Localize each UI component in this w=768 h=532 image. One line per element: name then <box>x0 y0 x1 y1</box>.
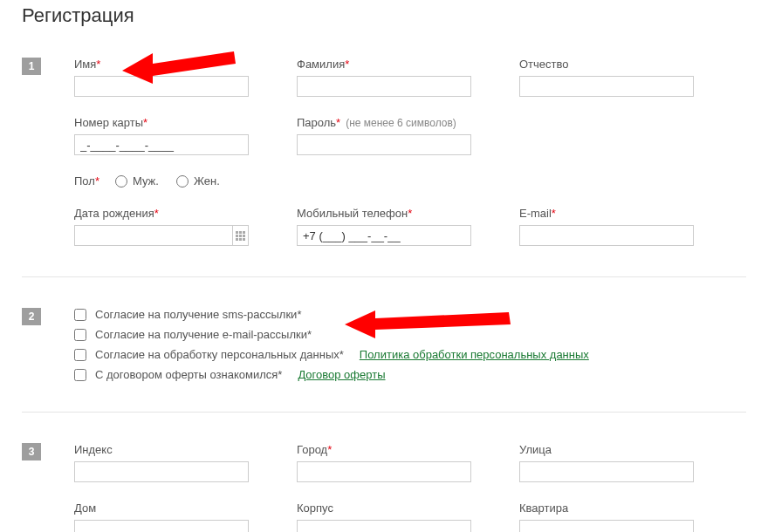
label-mobile: Мобильный телефон* <box>297 207 471 220</box>
page-title: Регистрация <box>22 0 746 27</box>
radio-male[interactable] <box>115 175 127 188</box>
input-city[interactable] <box>297 461 471 482</box>
gender-row: Пол* Муж. Жен. <box>74 174 746 188</box>
field-email: E-mail* <box>519 207 694 246</box>
label-building: Корпус <box>297 501 471 515</box>
input-password[interactable] <box>297 134 471 155</box>
label-birth-date: Дата рождения* <box>74 207 249 220</box>
label-female: Жен. <box>194 175 220 187</box>
label-middle-name: Отчество <box>519 58 694 71</box>
input-card-number[interactable] <box>74 134 249 155</box>
section-personal: 1 Имя* Фамилия* Отчество Номер карты* <box>22 58 746 276</box>
link-privacy-policy[interactable]: Политика обработки персональных данных <box>360 348 589 361</box>
input-house[interactable] <box>74 520 249 532</box>
input-street[interactable] <box>519 461 694 482</box>
field-building: Корпус <box>297 501 471 532</box>
label-street: Улица <box>519 443 694 456</box>
label-email: E-mail* <box>519 207 694 220</box>
calendar-icon <box>236 231 245 241</box>
label-card-number: Номер карты* <box>74 116 249 129</box>
label-email-news: Согласие на получение e-mail-рассылки* <box>95 328 312 341</box>
checkbox-offer[interactable] <box>74 369 86 381</box>
label-apartment: Квартира <box>519 501 694 515</box>
label-house: Дом <box>74 501 249 515</box>
link-offer[interactable]: Договор оферты <box>298 368 385 381</box>
section-consents: 2 Согласие на получение sms-рассылки* Со… <box>22 308 746 412</box>
label-offer: С договором оферты ознакомился* <box>95 368 282 381</box>
field-birth-date: Дата рождения* <box>74 207 249 246</box>
input-last-name[interactable] <box>297 76 471 97</box>
field-index: Индекс <box>74 443 249 482</box>
input-email[interactable] <box>519 225 694 246</box>
divider-1 <box>22 276 746 277</box>
label-index: Индекс <box>74 443 249 456</box>
field-last-name: Фамилия* <box>297 58 471 97</box>
field-house: Дом <box>74 501 249 532</box>
field-street: Улица <box>519 443 694 482</box>
section-address: 3 Индекс Город* Улица Дом Корпус <box>22 443 746 532</box>
checkbox-sms[interactable] <box>74 309 86 321</box>
label-last-name: Фамилия* <box>297 58 471 71</box>
label-male: Муж. <box>133 175 159 187</box>
field-first-name: Имя* <box>74 58 249 97</box>
divider-2 <box>22 412 746 413</box>
label-first-name: Имя* <box>74 58 249 71</box>
input-middle-name[interactable] <box>519 76 694 97</box>
calendar-button[interactable] <box>233 225 249 246</box>
input-building[interactable] <box>297 520 471 532</box>
input-apartment[interactable] <box>519 520 694 532</box>
input-birth-date[interactable] <box>74 225 233 246</box>
checkbox-email-news[interactable] <box>74 329 86 341</box>
checkbox-personal[interactable] <box>74 349 86 361</box>
input-index[interactable] <box>74 461 249 482</box>
step-badge-2: 2 <box>22 308 41 325</box>
label-password: Пароль*(не менее 6 символов) <box>297 116 471 129</box>
label-city: Город* <box>297 443 471 456</box>
field-mobile: Мобильный телефон* <box>297 207 471 246</box>
step-badge-3: 3 <box>22 443 41 460</box>
label-sms: Согласие на получение sms-рассылки* <box>95 308 301 321</box>
field-city: Город* <box>297 443 471 482</box>
field-password: Пароль*(не менее 6 символов) <box>297 116 471 155</box>
radio-female[interactable] <box>176 175 189 188</box>
field-middle-name: Отчество <box>519 58 694 97</box>
input-mobile[interactable] <box>297 225 471 246</box>
label-personal: Согласие на обработку персональных данны… <box>95 348 344 361</box>
input-first-name[interactable] <box>74 76 249 97</box>
field-card-number: Номер карты* <box>74 116 249 155</box>
step-badge-1: 1 <box>22 58 41 75</box>
label-gender: Пол* <box>74 174 99 188</box>
field-apartment: Квартира <box>519 501 694 532</box>
